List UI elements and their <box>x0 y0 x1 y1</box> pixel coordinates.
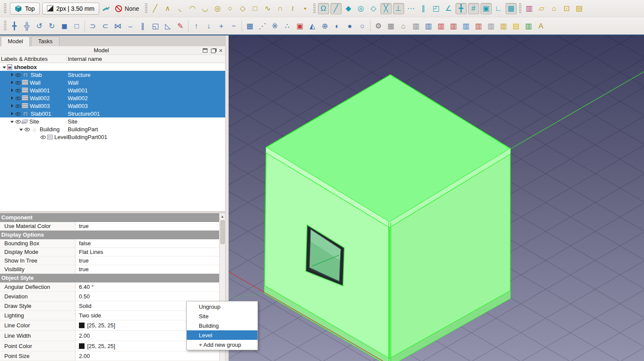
point-array-icon[interactable]: ∴ <box>282 20 293 32</box>
clone-icon[interactable]: ▣ <box>294 20 305 32</box>
property-row-angular-deflection[interactable]: Angular Deflection 6.40 ° <box>0 282 219 292</box>
draft-submove-icon[interactable]: ╬ <box>21 20 32 32</box>
draft-move-icon[interactable]: ╋ <box>9 20 20 32</box>
expander-icon[interactable] <box>9 111 15 117</box>
shape2d-view-icon[interactable]: ▥ <box>423 20 434 32</box>
menu-item-site[interactable]: Site <box>187 311 258 321</box>
toolbar-drag-handle[interactable] <box>519 3 521 14</box>
expander-icon[interactable] <box>9 80 15 86</box>
draft-polygon-icon[interactable]: ◇ <box>237 3 248 14</box>
expander-icon[interactable] <box>19 127 24 132</box>
dock-panel-icon[interactable] <box>203 48 207 53</box>
add-component-icon[interactable]: + <box>216 20 227 32</box>
code-doc-icon[interactable]: ▥ <box>460 20 471 32</box>
property-value-cell[interactable]: false <box>75 239 219 247</box>
draft-scale-icon[interactable]: ◱ <box>150 20 161 32</box>
property-row-bounding-box[interactable]: Bounding Box false <box>0 239 219 248</box>
arch-site-icon[interactable]: ▱ <box>536 3 547 14</box>
toolbox-icon[interactable]: ⚙ <box>373 20 384 32</box>
color-swatch[interactable] <box>79 343 85 349</box>
draft-subrotate-icon[interactable]: ↻ <box>46 20 57 32</box>
menu-item-building[interactable]: Building <box>187 321 258 330</box>
tree-row-level[interactable]: Level BuildingPart001 <box>0 133 225 141</box>
property-group-object-style[interactable]: Object Style <box>0 274 219 282</box>
layers-doc-icon[interactable]: ▥ <box>485 20 496 32</box>
expander-icon[interactable] <box>9 95 15 101</box>
expander-icon[interactable] <box>9 103 15 109</box>
scroll-up-icon[interactable]: ▲ <box>221 213 224 218</box>
remove-component-icon[interactable]: − <box>228 20 239 32</box>
draft-cubicbezier-icon[interactable]: ∩ <box>275 3 286 14</box>
arch-floor-icon[interactable]: ▤ <box>574 3 585 14</box>
property-value-cell[interactable]: true <box>75 265 219 273</box>
toolbar-drag-handle[interactable] <box>313 3 316 14</box>
workingplane-view-icon[interactable]: ▦ <box>385 20 396 32</box>
property-value-cell[interactable]: 6.40 ° <box>75 282 219 291</box>
arch-level-icon[interactable]: ⊡ <box>561 3 572 14</box>
material-doc-icon[interactable]: ▥ <box>498 20 509 32</box>
draft-offset-icon[interactable]: ⊃ <box>87 20 98 32</box>
tree-row-shoebox[interactable]: shoebox <box>0 63 225 71</box>
tree-row-building[interactable]: ⌂ Building BuildingPart <box>0 125 225 133</box>
chart-doc-icon[interactable]: ▥ <box>448 20 459 32</box>
property-group-component[interactable]: Component <box>0 213 219 222</box>
draft-edit-icon[interactable]: ✎ <box>175 20 186 32</box>
draft-bezcurve-icon[interactable]: ≀ <box>287 3 298 14</box>
toggle-grid-icon[interactable]: ▦ <box>506 3 517 14</box>
expander-icon[interactable] <box>9 88 15 93</box>
property-value-cell[interactable]: 2.00 <box>75 352 219 361</box>
model-tree[interactable]: shoebox ⊓ Slab Structure Wall Wall Wall0… <box>0 63 225 211</box>
property-row-show-in-tree[interactable]: Show In Tree true <box>0 256 219 265</box>
close-panel-icon[interactable]: × <box>219 48 223 53</box>
property-value-cell[interactable]: 0.50 <box>75 292 219 301</box>
scrollbar-thumb[interactable] <box>220 220 225 244</box>
column-internal-name[interactable]: Internal name <box>68 56 102 62</box>
draft-arc-icon[interactable]: ◠ <box>187 3 198 14</box>
draft-fillet-icon[interactable]: ◟ <box>175 3 186 14</box>
array-icon[interactable]: ▦ <box>244 20 255 32</box>
ifc-validate-icon[interactable]: ▥ <box>523 20 534 32</box>
section-doc-icon[interactable]: ▥ <box>435 20 446 32</box>
column-divider[interactable] <box>66 56 66 62</box>
draft-rotate-icon[interactable]: ↺ <box>34 20 45 32</box>
property-row-visibility[interactable]: Visibility true <box>0 265 219 274</box>
menu-item-level[interactable]: Level <box>187 330 258 340</box>
property-value-cell[interactable]: true <box>75 222 219 230</box>
draft-point-icon[interactable]: • <box>300 3 311 14</box>
fuse-icon[interactable]: ● <box>344 20 355 32</box>
snap-midpoint-icon[interactable]: ◆ <box>343 3 354 14</box>
snap-endpoint-icon[interactable]: ╱ <box>330 3 342 14</box>
layer-down-icon[interactable]: ↓ <box>203 20 214 32</box>
polar-array-icon[interactable]: ※ <box>269 20 280 32</box>
snap-axes-icon[interactable]: ∟ <box>493 3 504 14</box>
column-labels-attributes[interactable]: Labels & Attributes <box>0 56 47 62</box>
arch-reference-icon[interactable]: ⌂ <box>398 20 409 32</box>
draft-offset2-icon[interactable]: ⊂ <box>100 20 111 32</box>
draft-split-icon[interactable]: ∥ <box>137 20 148 32</box>
layer-up-icon[interactable]: ↑ <box>191 20 202 32</box>
draft-stretch-icon[interactable]: ◺ <box>162 20 173 32</box>
facebinder-icon[interactable]: ◼ <box>59 20 70 32</box>
mirror-icon[interactable]: ◭ <box>307 20 318 32</box>
property-row-use-material-color[interactable]: Use Material Color true <box>0 222 219 231</box>
path-array-icon[interactable]: ⋰ <box>257 20 268 32</box>
expander-icon[interactable] <box>9 119 15 124</box>
tab-tasks[interactable]: Tasks <box>31 36 59 46</box>
draft-wire-icon[interactable]: ∧ <box>162 3 173 14</box>
snap-angle-icon[interactable]: ◇ <box>368 3 379 14</box>
property-value-cell[interactable]: true <box>75 256 219 265</box>
3d-viewport[interactable] <box>229 35 644 361</box>
snap-intersection-icon[interactable]: ╳ <box>380 3 392 14</box>
draft-join-icon[interactable]: ⌣ <box>125 20 136 32</box>
property-row-display-mode[interactable]: Display Mode Flat Lines <box>0 248 219 256</box>
property-row-point-size[interactable]: Point Size 2.00 <box>0 352 219 361</box>
draft-circle-icon[interactable]: ◎ <box>212 3 223 14</box>
toolbar-drag-handle[interactable] <box>4 21 6 31</box>
draft-ellipse-icon[interactable]: ○ <box>225 3 236 14</box>
tree-row-wall001[interactable]: Wall001 Wall001 <box>0 86 225 94</box>
tree-row-wall[interactable]: Wall Wall <box>0 79 225 86</box>
toolbar-drag-handle[interactable] <box>145 3 148 14</box>
annotation-styles-icon[interactable]: A <box>535 20 547 32</box>
menu-item-add-new-group[interactable]: + Add new group <box>187 340 258 349</box>
ifc-import-icon[interactable]: ▥ <box>524 3 535 14</box>
